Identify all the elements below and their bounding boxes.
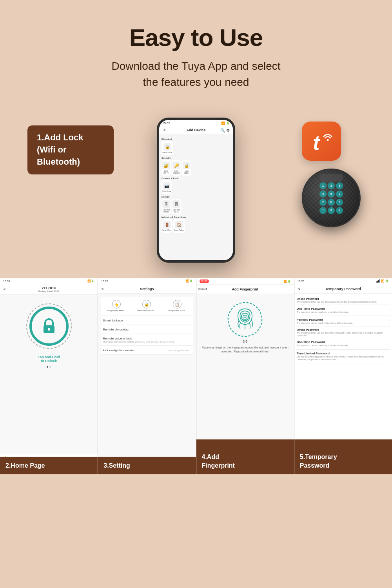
device-item: 🔒 Smart Lock	[162, 141, 173, 155]
offline-title: Offline Password	[296, 327, 390, 332]
online-password-title: Online Password	[296, 296, 390, 301]
temporary-icon-item[interactable]: 📋 Temporary Pass...	[168, 300, 187, 312]
phone-screen: 15:05 📶 🔋 ＜ Add Device 🔍 ⚙ Electrical	[159, 120, 233, 260]
screen2-step-badge: 3.Setting	[98, 457, 196, 475]
svg-rect-4	[48, 329, 49, 331]
cancel-button[interactable]: Cancel	[198, 288, 207, 290]
lock-product-image: 1 2 3 4 5 6 7 8 9 * 0 #	[302, 169, 361, 227]
key-7: 7	[319, 199, 327, 206]
key-5: 5	[328, 191, 335, 198]
key-1: 1	[319, 182, 327, 189]
screen2-card: 15:25 📶🔋 ＜ Settings 👆 Fingerprint Man...	[98, 278, 196, 474]
screen1-step-badge: 2.Home Page	[0, 457, 98, 475]
electrical-items: 🔒 Smart Lock	[162, 141, 230, 155]
signal-bars	[376, 279, 380, 283]
screen2-settings: 15:25 📶🔋 ＜ Settings 👆 Fingerprint Man...	[98, 278, 196, 474]
screen1-header: ＜ YELOCK Battery Level:69 %	[0, 284, 98, 295]
offline-sub: We recommend that you use the offline pa…	[296, 332, 390, 338]
svg-point-1	[327, 139, 329, 141]
password-icon: 🔒	[142, 300, 151, 309]
temporary-icon: 📋	[173, 300, 181, 309]
screen1-card: 15:05 📶🔋 ＜ YELOCK Battery Level:69 %	[0, 278, 98, 474]
password-back-icon: ＜	[297, 286, 301, 292]
settings-back-icon: ＜	[100, 286, 104, 292]
category-industry: Industry & Agriculture	[162, 216, 230, 218]
settings-remote-unlock[interactable]: Remote Unlocking	[101, 325, 192, 334]
bottom-section: 15:05 📶🔋 ＜ YELOCK Battery Level:69 %	[0, 278, 392, 474]
smart-gate-icon: 🏠	[175, 221, 183, 229]
screen1-status-bar: 15:05 📶🔋	[0, 278, 98, 284]
settings-content: 👆 Fingerprint Man... 🔒 Password Mana... …	[98, 294, 196, 474]
tuya-logo-svg: t	[310, 129, 333, 153]
lock-keypad: 1 2 3 4 5 6 7 8 9 * 0 #	[316, 178, 347, 218]
password-icon-item[interactable]: 🔒 Password Mana...	[137, 300, 156, 312]
category-security: Security	[162, 157, 230, 159]
screen3-status-bar: 09:53 📶🔋	[196, 278, 294, 285]
key-2: 2	[328, 182, 335, 189]
svg-rect-2	[44, 325, 54, 333]
lock-ble-icon: 🔒	[183, 162, 191, 169]
svg-point-6	[244, 317, 246, 318]
category-electrical: Electrical	[162, 138, 230, 140]
camera-items: 📷 Video Lock	[162, 180, 230, 194]
fingerprint-svg	[227, 302, 263, 337]
pw2-item[interactable]: Periodic Password The password can be us…	[296, 316, 390, 327]
phone-header: ＜ Add Device 🔍 ⚙	[159, 127, 233, 134]
page-subtitle: Download the Tuya App and select the fea…	[16, 58, 376, 90]
tuya-app-icon: t	[302, 122, 341, 161]
top-feature-section: 1.Add Lock (Wifi or Bluetooth) 15:05 📶 🔋…	[0, 102, 392, 278]
dot-indicator	[47, 366, 51, 368]
search-settings-icon: 🔍 ⚙	[220, 128, 230, 132]
screen3-step-badge: 4.Add Fingerprint	[196, 439, 294, 474]
device-item-zigbee: 🔑 Lock(Zigbee)	[172, 160, 181, 176]
chevron-right-icon: ›	[388, 308, 390, 311]
svg-point-3	[48, 328, 50, 330]
category-camera: Camera & Lock	[162, 177, 230, 180]
pw3-item[interactable]: One-Time Password The password can be us…	[296, 338, 390, 349]
screen3-header: Cancel Add Fingerprint	[196, 285, 294, 294]
screen1-home: 15:05 📶🔋 ＜ YELOCK Battery Level:69 %	[0, 278, 98, 474]
lock-svg	[42, 318, 56, 334]
dot-active	[47, 366, 48, 368]
back-arrow-icon: ＜	[162, 127, 166, 133]
online-password-sub: We recommend that you use the password w…	[296, 301, 390, 305]
svg-text:t: t	[313, 131, 321, 153]
fingerprint-icon-item[interactable]: 👆 Fingerprint Man...	[107, 300, 125, 312]
screen2-header: ＜ Settings	[98, 284, 196, 294]
screen4-step-badge: 5.Temporary Password	[294, 439, 392, 474]
home-screen-content: Tap and Hold to Unlock	[0, 295, 98, 454]
phone-mockup: 15:05 📶 🔋 ＜ Add Device 🔍 ⚙ Electrical	[157, 118, 235, 263]
key-6: 6	[336, 191, 343, 198]
key-star: *	[319, 207, 327, 214]
chevron-right-icon4: ›	[388, 352, 390, 356]
smart-lock-icon: 🔒	[163, 143, 171, 151]
safe-icon: 🗄	[162, 200, 170, 208]
tap-hold-text: Tap and Hold to Unlock	[38, 355, 60, 363]
device-list: Electrical 🔒 Smart Lock Security 🔐 Loc	[159, 134, 233, 260]
video-lock-icon: 📷	[163, 182, 171, 190]
header-section: Easy to Use Download the Tuya App and se…	[0, 0, 392, 102]
pw1-item[interactable]: One-Time Password The password can be us…	[296, 305, 390, 316]
chevron-right-icon3: ›	[388, 341, 390, 345]
key-hash: #	[336, 207, 343, 214]
tuya-icon-container: t 1 2 3 4	[302, 122, 361, 227]
add-device-phone: 15:05 📶 🔋 ＜ Add Device 🔍 ⚙ Electrical	[157, 118, 235, 263]
device-item-smartgate: 🏠 Smart Ceiling	[173, 219, 185, 233]
phone-status-bar: 15:05 📶 🔋	[159, 120, 233, 127]
screen4-card: 13:26 📶 🔋	[294, 278, 392, 474]
fp-instruction: Place your finger on the fingerprint rec…	[200, 346, 291, 354]
pw4-item[interactable]: Time-Limited Password Use the time-limit…	[296, 350, 390, 363]
settings-voice-unlock[interactable]: Remote voice unlock The voice password i…	[101, 334, 192, 346]
lock-zigbee-icon: 🔑	[172, 162, 180, 169]
step1-label: 1.Add Lock (Wifi or Bluetooth)	[27, 125, 114, 174]
fingerprint-icon: 👆	[112, 300, 121, 309]
page-title: Easy to Use	[16, 24, 376, 51]
dot	[49, 366, 51, 368]
settings-smart-linkage[interactable]: Smart Linkage	[101, 316, 192, 325]
smart-door-icon: 🚪	[163, 221, 171, 229]
lock-ring	[29, 307, 69, 346]
battery-icon: 🔋	[385, 279, 389, 283]
screen4-header: ＜ Temporary Password	[294, 284, 392, 294]
settings-nav-volume[interactable]: lock navigation volume lock navigation v…	[101, 346, 192, 355]
screenshots-row: 15:05 📶🔋 ＜ YELOCK Battery Level:69 %	[0, 278, 392, 474]
